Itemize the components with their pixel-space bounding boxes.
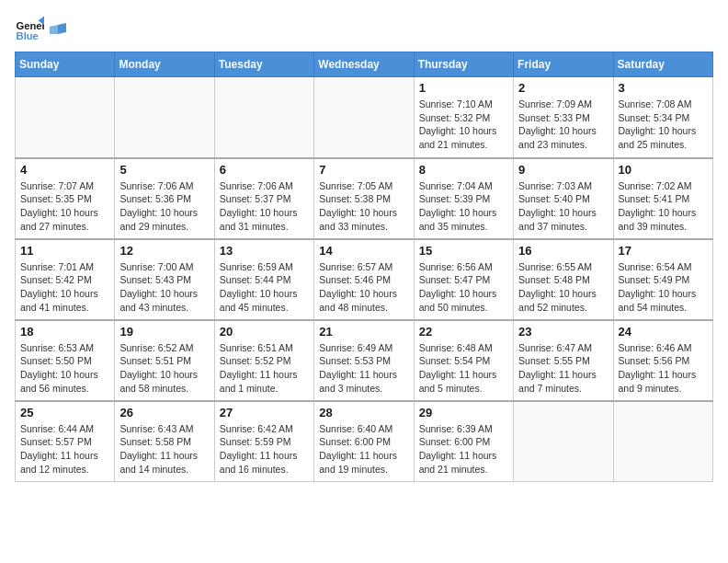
weekday-header-monday: Monday	[115, 52, 214, 77]
svg-marker-3	[58, 23, 66, 34]
day-info: Sunrise: 7:05 AMSunset: 5:38 PMDaylight:…	[319, 179, 408, 234]
day-info: Sunrise: 7:07 AMSunset: 5:35 PMDaylight:…	[20, 179, 109, 234]
day-number: 8	[419, 163, 508, 177]
calendar-cell: 8Sunrise: 7:04 AMSunset: 5:39 PMDaylight…	[414, 158, 513, 239]
calendar-cell: 5Sunrise: 7:06 AMSunset: 5:36 PMDaylight…	[115, 158, 214, 239]
day-number: 4	[20, 163, 109, 177]
weekday-header-saturday: Saturday	[613, 52, 712, 77]
day-info: Sunrise: 6:53 AMSunset: 5:50 PMDaylight:…	[20, 341, 109, 396]
day-info: Sunrise: 7:09 AMSunset: 5:33 PMDaylight:…	[518, 98, 608, 152]
day-number: 3	[619, 81, 708, 95]
day-number: 2	[518, 81, 608, 95]
svg-text:General: General	[17, 20, 44, 31]
calendar-table: SundayMondayTuesdayWednesdayThursdayFrid…	[15, 52, 713, 482]
day-number: 10	[619, 163, 708, 177]
calendar-cell	[514, 401, 613, 482]
logo: General Blue	[15, 15, 66, 44]
calendar-cell: 25Sunrise: 6:44 AMSunset: 5:57 PMDayligh…	[16, 401, 115, 482]
day-number: 18	[20, 325, 109, 339]
day-info: Sunrise: 6:44 AMSunset: 5:57 PMDaylight:…	[20, 422, 109, 477]
calendar-cell: 13Sunrise: 6:59 AMSunset: 5:44 PMDayligh…	[214, 239, 313, 320]
weekday-header-friday: Friday	[514, 52, 613, 77]
calendar-week-row: 18Sunrise: 6:53 AMSunset: 5:50 PMDayligh…	[16, 320, 713, 401]
day-info: Sunrise: 7:06 AMSunset: 5:37 PMDaylight:…	[220, 179, 309, 234]
day-info: Sunrise: 6:51 AMSunset: 5:52 PMDaylight:…	[220, 341, 309, 396]
day-info: Sunrise: 6:40 AMSunset: 6:00 PMDaylight:…	[319, 422, 408, 477]
weekday-header-tuesday: Tuesday	[214, 52, 313, 77]
calendar-cell: 7Sunrise: 7:05 AMSunset: 5:38 PMDaylight…	[314, 158, 414, 239]
calendar-cell	[115, 77, 214, 158]
day-number: 1	[419, 81, 508, 95]
svg-marker-4	[50, 25, 58, 34]
calendar-cell: 23Sunrise: 6:47 AMSunset: 5:55 PMDayligh…	[514, 320, 613, 401]
calendar-cell: 14Sunrise: 6:57 AMSunset: 5:46 PMDayligh…	[314, 239, 414, 320]
calendar-cell: 24Sunrise: 6:46 AMSunset: 5:56 PMDayligh…	[613, 320, 712, 401]
day-number: 7	[319, 163, 408, 177]
day-number: 19	[119, 325, 209, 339]
day-number: 24	[619, 325, 708, 339]
calendar-week-row: 11Sunrise: 7:01 AMSunset: 5:42 PMDayligh…	[16, 239, 713, 320]
day-number: 13	[220, 244, 309, 258]
day-info: Sunrise: 6:42 AMSunset: 5:59 PMDaylight:…	[220, 422, 309, 477]
day-number: 12	[119, 244, 209, 258]
day-info: Sunrise: 7:06 AMSunset: 5:36 PMDaylight:…	[119, 179, 209, 234]
day-number: 25	[20, 406, 109, 419]
calendar-cell	[214, 77, 313, 158]
calendar-cell: 2Sunrise: 7:09 AMSunset: 5:33 PMDaylight…	[514, 77, 613, 158]
day-number: 21	[319, 325, 408, 339]
day-info: Sunrise: 7:00 AMSunset: 5:43 PMDaylight:…	[119, 260, 209, 315]
calendar-cell: 28Sunrise: 6:40 AMSunset: 6:00 PMDayligh…	[314, 401, 414, 482]
day-info: Sunrise: 7:08 AMSunset: 5:34 PMDaylight:…	[619, 98, 708, 152]
day-info: Sunrise: 6:39 AMSunset: 6:00 PMDaylight:…	[419, 422, 508, 477]
day-info: Sunrise: 7:04 AMSunset: 5:39 PMDaylight:…	[419, 179, 508, 234]
calendar-cell: 29Sunrise: 6:39 AMSunset: 6:00 PMDayligh…	[414, 401, 513, 482]
day-number: 28	[319, 406, 408, 419]
calendar-cell	[613, 401, 712, 482]
day-number: 20	[220, 325, 309, 339]
day-number: 14	[319, 244, 408, 258]
logo-icon: General Blue	[15, 15, 44, 44]
day-info: Sunrise: 7:02 AMSunset: 5:41 PMDaylight:…	[619, 179, 708, 234]
calendar-cell: 26Sunrise: 6:43 AMSunset: 5:58 PMDayligh…	[115, 401, 214, 482]
day-info: Sunrise: 6:48 AMSunset: 5:54 PMDaylight:…	[419, 341, 508, 396]
calendar-cell: 20Sunrise: 6:51 AMSunset: 5:52 PMDayligh…	[214, 320, 313, 401]
day-info: Sunrise: 6:55 AMSunset: 5:48 PMDaylight:…	[518, 260, 608, 315]
day-number: 11	[20, 244, 109, 258]
day-info: Sunrise: 6:49 AMSunset: 5:53 PMDaylight:…	[319, 341, 408, 396]
calendar-cell: 11Sunrise: 7:01 AMSunset: 5:42 PMDayligh…	[16, 239, 115, 320]
page-header: General Blue	[15, 15, 713, 44]
calendar-cell: 4Sunrise: 7:07 AMSunset: 5:35 PMDaylight…	[16, 158, 115, 239]
day-number: 26	[119, 406, 209, 419]
day-info: Sunrise: 6:43 AMSunset: 5:58 PMDaylight:…	[119, 422, 209, 477]
day-number: 22	[419, 325, 508, 339]
day-info: Sunrise: 7:10 AMSunset: 5:32 PMDaylight:…	[419, 98, 508, 152]
calendar-cell: 3Sunrise: 7:08 AMSunset: 5:34 PMDaylight…	[613, 77, 712, 158]
day-info: Sunrise: 6:54 AMSunset: 5:49 PMDaylight:…	[619, 260, 708, 315]
weekday-header-wednesday: Wednesday	[314, 52, 414, 77]
day-number: 9	[518, 163, 608, 177]
day-number: 16	[518, 244, 608, 258]
weekday-header-thursday: Thursday	[414, 52, 513, 77]
calendar-cell: 27Sunrise: 6:42 AMSunset: 5:59 PMDayligh…	[214, 401, 313, 482]
day-info: Sunrise: 7:03 AMSunset: 5:40 PMDaylight:…	[518, 179, 608, 234]
calendar-cell: 12Sunrise: 7:00 AMSunset: 5:43 PMDayligh…	[115, 239, 214, 320]
day-number: 27	[220, 406, 309, 419]
calendar-cell: 17Sunrise: 6:54 AMSunset: 5:49 PMDayligh…	[613, 239, 712, 320]
calendar-cell: 1Sunrise: 7:10 AMSunset: 5:32 PMDaylight…	[414, 77, 513, 158]
day-number: 23	[518, 325, 608, 339]
calendar-header-row: SundayMondayTuesdayWednesdayThursdayFrid…	[16, 52, 713, 77]
calendar-cell: 10Sunrise: 7:02 AMSunset: 5:41 PMDayligh…	[613, 158, 712, 239]
weekday-header-sunday: Sunday	[16, 52, 115, 77]
day-info: Sunrise: 6:57 AMSunset: 5:46 PMDaylight:…	[319, 260, 408, 315]
calendar-week-row: 25Sunrise: 6:44 AMSunset: 5:57 PMDayligh…	[16, 401, 713, 482]
day-info: Sunrise: 6:52 AMSunset: 5:51 PMDaylight:…	[119, 341, 209, 396]
day-info: Sunrise: 7:01 AMSunset: 5:42 PMDaylight:…	[20, 260, 109, 315]
calendar-cell: 9Sunrise: 7:03 AMSunset: 5:40 PMDaylight…	[514, 158, 613, 239]
calendar-cell: 21Sunrise: 6:49 AMSunset: 5:53 PMDayligh…	[314, 320, 414, 401]
calendar-week-row: 1Sunrise: 7:10 AMSunset: 5:32 PMDaylight…	[16, 77, 713, 158]
calendar-cell: 15Sunrise: 6:56 AMSunset: 5:47 PMDayligh…	[414, 239, 513, 320]
day-number: 17	[619, 244, 708, 258]
logo-bird-icon	[50, 23, 66, 36]
calendar-cell	[16, 77, 115, 158]
calendar-cell	[314, 77, 414, 158]
